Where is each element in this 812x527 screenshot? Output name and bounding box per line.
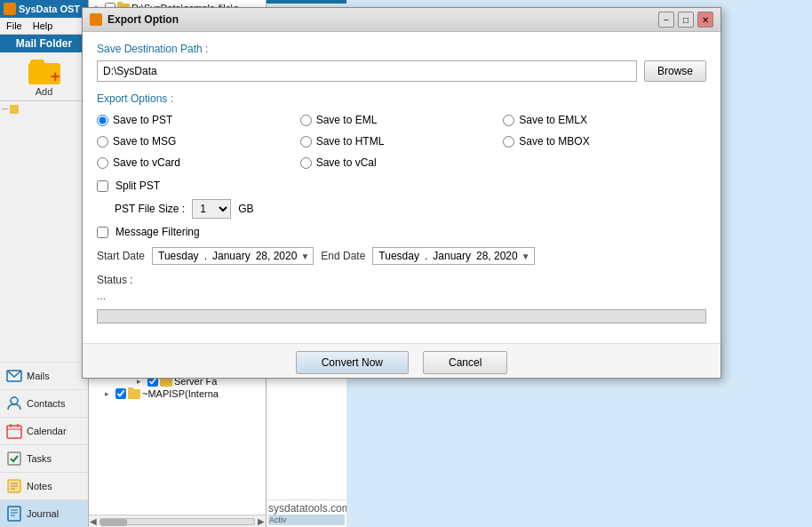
radio-mbox: Save to MBOX (503, 133, 706, 149)
start-date-label: Start Date (97, 250, 145, 262)
radio-emlx: Save to EMLX (503, 112, 706, 128)
file-menu[interactable]: File (4, 20, 25, 32)
sidebar-top: SysData OST File Help (0, 0, 88, 35)
end-dot1: . (423, 250, 429, 262)
calendar-icon (5, 422, 23, 440)
tree-item-label: ~MAPISP(Interna (142, 388, 219, 399)
date-row: Start Date Tuesday . January 28, 2020 ▼ … (97, 247, 706, 265)
sidebar-item-calendar[interactable]: Calendar (0, 417, 88, 444)
split-pst-checkbox[interactable] (97, 180, 108, 192)
radio-html-input[interactable] (300, 136, 312, 148)
msg-filter-row: Message Filtering (97, 226, 706, 238)
plus-icon: + (51, 68, 60, 84)
radio-pst-input[interactable] (97, 115, 108, 126)
notes-icon (5, 477, 23, 495)
radio-eml-input[interactable] (300, 115, 312, 126)
mail-icon (5, 367, 23, 385)
cancel-button[interactable]: Cancel (423, 351, 507, 374)
gb-label: GB (238, 203, 253, 215)
menu-bar: File Help (0, 18, 88, 35)
sidebar-item-mails[interactable]: Mails (0, 362, 88, 389)
add-folder-icon[interactable]: + (28, 60, 60, 84)
tree-toggle[interactable]: ▸ (105, 389, 114, 398)
tasks-label: Tasks (27, 453, 52, 464)
start-day: Tuesday (156, 250, 201, 262)
radio-mbox-input[interactable] (503, 136, 514, 148)
radio-emlx-input[interactable] (503, 115, 514, 126)
sidebar-item-journal[interactable]: Journal (0, 499, 88, 527)
dialog-icon (90, 13, 102, 26)
split-pst-row: Split PST (97, 180, 706, 192)
radio-vcal-label: Save to vCal (316, 156, 377, 169)
radio-eml-label: Save to EML (316, 114, 378, 126)
tree-item[interactable]: ▸~MAPISP(Interna (91, 387, 264, 400)
close-button[interactable]: ✕ (697, 12, 713, 28)
radio-msg-input[interactable] (97, 136, 108, 148)
status-label: Status : (97, 274, 706, 286)
left-sidebar: SysData OST File Help Mail Folder + Add … (0, 0, 89, 527)
mail-folder-header: Mail Folder (0, 35, 88, 52)
tasks-icon (5, 450, 23, 467)
dialog-footer: Convert Now Cancel (83, 343, 720, 378)
app-name: SysData OST (19, 4, 80, 14)
mails-label: Mails (27, 371, 50, 381)
radio-msg-label: Save to MSG (113, 135, 176, 148)
pst-size-select[interactable]: 1 2 5 10 (192, 199, 231, 219)
msg-filter-checkbox[interactable] (97, 227, 108, 238)
start-dot1: . (203, 250, 209, 262)
radio-vcard-label: Save to vCard (113, 156, 180, 169)
svg-point-1 (11, 397, 18, 404)
notes-label: Notes (27, 481, 52, 491)
end-date-selector[interactable]: Tuesday . January 28, 2020 ▼ (372, 247, 534, 265)
radio-emlx-label: Save to EMLX (519, 114, 587, 126)
tree-checkbox[interactable] (115, 388, 126, 399)
start-date-num: 28, 2020 (254, 250, 299, 262)
status-text: ... (97, 290, 706, 302)
end-date-num: 28, 2020 (474, 250, 520, 262)
radio-vcard-input[interactable] (97, 157, 108, 169)
split-pst-label: Split PST (115, 180, 160, 192)
dialog-title-left: Export Option (90, 13, 179, 26)
sidebar-item-tasks[interactable]: Tasks (0, 444, 88, 472)
maximize-button[interactable]: □ (678, 12, 694, 28)
sidebar-item-contacts[interactable]: Contacts (0, 389, 88, 417)
path-row: Browse (97, 60, 706, 82)
start-month: January (211, 250, 252, 262)
journal-icon (5, 505, 23, 523)
calendar-label: Calendar (27, 426, 67, 436)
right-footer: sysdatatools.com Activ (267, 499, 346, 527)
contacts-label: Contacts (27, 398, 65, 409)
convert-now-button[interactable]: Convert Now (296, 351, 409, 374)
svg-rect-2 (7, 426, 21, 438)
sidebar-nav: Mails Contacts Calendar (0, 316, 88, 528)
sidebar-item-notes[interactable]: Notes (0, 472, 88, 499)
msg-filter-label: Message Filtering (115, 226, 200, 238)
tree-horizontal-scrollbar[interactable]: ◀ ▶ (89, 515, 266, 527)
app-icon (4, 3, 16, 15)
minimize-button[interactable]: − (658, 12, 674, 28)
status-area: Status : ... (97, 274, 706, 302)
export-dialog[interactable]: Export Option − □ ✕ Save Destination Pat… (82, 7, 721, 379)
end-date-dropdown-icon[interactable]: ▼ (521, 252, 530, 261)
app-titlebar: SysData OST (0, 0, 88, 18)
radio-eml: Save to EML (300, 112, 504, 128)
svg-rect-6 (8, 452, 20, 465)
path-input[interactable] (97, 60, 637, 82)
start-date-dropdown-icon[interactable]: ▼ (300, 252, 309, 261)
radio-vcard: Save to vCard (97, 155, 300, 171)
active-badge: Activ (268, 515, 345, 525)
radio-vcal-input[interactable] (300, 157, 312, 169)
radio-html-label: Save to HTML (316, 135, 385, 148)
radio-vcal: Save to vCal (300, 155, 504, 171)
browse-button[interactable]: Browse (644, 60, 706, 82)
dialog-titlebar: Export Option − □ ✕ (83, 8, 720, 32)
dialog-body: Save Destination Path : Browse Export Op… (83, 32, 720, 343)
start-date-selector[interactable]: Tuesday . January 28, 2020 ▼ (152, 247, 314, 265)
journal-label: Journal (27, 508, 59, 519)
radio-pst-label: Save to PST (113, 114, 172, 126)
website-text: sysdatatools.com (268, 502, 345, 515)
end-month: January (431, 250, 473, 262)
dialog-controls: − □ ✕ (658, 12, 713, 28)
end-date-label: End Date (321, 250, 365, 262)
help-menu[interactable]: Help (30, 20, 56, 32)
